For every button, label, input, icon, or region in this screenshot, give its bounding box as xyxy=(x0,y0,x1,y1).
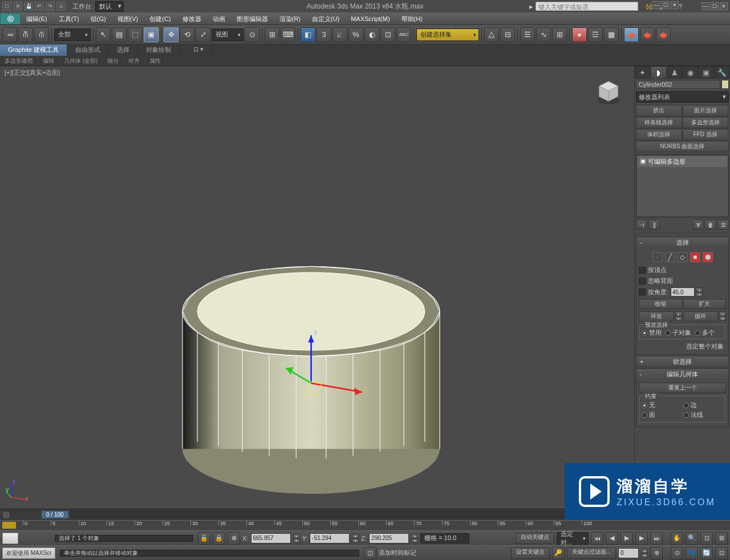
subobj-vertex-icon[interactable]: · xyxy=(652,252,663,262)
tab-create-icon[interactable]: ✦ xyxy=(635,66,651,79)
new-icon[interactable]: □ xyxy=(2,2,11,11)
make-unique-icon[interactable]: ∀ xyxy=(692,220,704,230)
select-icon[interactable]: ↖ xyxy=(96,27,111,42)
quick-modifier-button[interactable]: FFD 选择 xyxy=(683,129,729,140)
redo-icon[interactable]: ↷ xyxy=(46,2,55,11)
selection-filter-dropdown[interactable]: 全部 xyxy=(54,29,91,41)
isolate-icon[interactable]: 🔒 xyxy=(213,532,225,545)
align-icon[interactable]: ⊟ xyxy=(500,27,515,42)
quick-modifier-button[interactable]: 体积选择 xyxy=(636,129,682,140)
curve-ed-icon[interactable]: ∿ xyxy=(536,27,551,42)
link-icon[interactable]: ⎌ xyxy=(56,2,66,11)
quick-modifier-button[interactable]: 样条线选择 xyxy=(636,117,682,128)
timeline-ruler[interactable]: 0510152025303540455055606570758085909510… xyxy=(0,520,730,530)
add-time-tag[interactable]: 添加时间标记 xyxy=(379,549,416,557)
tab-hierarchy-icon[interactable]: ♟ xyxy=(667,66,683,79)
app-logo-icon[interactable]: ⓒ xyxy=(0,13,21,25)
spin-up-icon[interactable]: ▴ xyxy=(696,287,703,292)
help-icon[interactable]: ? xyxy=(679,3,682,10)
tab-motion-icon[interactable]: ◉ xyxy=(682,66,698,79)
quick-modifier-button[interactable]: 面片选择 xyxy=(683,105,729,116)
rollout-header-soft[interactable]: +软选择 xyxy=(636,356,728,367)
schematic-icon[interactable]: ⊞ xyxy=(552,27,567,42)
subobj-border-icon[interactable]: ◇ xyxy=(678,252,688,262)
keyboard-icon[interactable]: ⌨ xyxy=(281,27,295,42)
nav-zoom-icon[interactable]: 🔍 xyxy=(686,532,698,545)
render-prod-icon[interactable]: 🫖 xyxy=(624,27,639,42)
script-tab[interactable]: 欢迎使用 MAXScr xyxy=(2,547,55,559)
select-name-icon[interactable]: ▤ xyxy=(112,27,127,42)
rendered-frame-icon[interactable]: ▦ xyxy=(604,27,619,42)
by-angle-checkbox[interactable] xyxy=(639,289,646,295)
menu-item[interactable]: 工具(T) xyxy=(53,13,85,25)
ribbon-expand-icon[interactable]: ⊡ ▾ xyxy=(185,44,212,56)
rollout-header-selection[interactable]: -选择 xyxy=(636,237,728,247)
grow-button[interactable]: 扩大 xyxy=(683,299,727,309)
search-input[interactable]: 键入关键字或短语 xyxy=(536,2,638,11)
autokey-button[interactable]: 自动关键点 xyxy=(516,533,554,544)
play-icon[interactable]: ▶ xyxy=(620,532,633,545)
ribbon-tab[interactable]: Graphite 建模工具 xyxy=(0,44,67,56)
save-icon[interactable]: 💾 xyxy=(24,2,33,11)
viewport[interactable]: [+][正交][真实+边面] xyxy=(0,66,634,509)
constrain-face-radio[interactable] xyxy=(642,412,647,418)
close-button[interactable]: ✕ xyxy=(720,2,728,10)
menu-item[interactable]: MAXScript(M) xyxy=(345,13,395,25)
ribbon-tab[interactable]: 选择 xyxy=(109,44,138,56)
undo-icon[interactable]: ↶ xyxy=(35,2,44,11)
pivot-icon[interactable]: ⊙ xyxy=(245,27,259,42)
show-result-icon[interactable]: ∥ xyxy=(648,220,660,230)
coord-y-input[interactable] xyxy=(310,533,350,543)
menu-item[interactable]: 修改器 xyxy=(177,13,207,25)
open-icon[interactable]: ⎘ xyxy=(13,2,22,11)
ribbon-tab[interactable]: 对象绘制 xyxy=(138,44,180,56)
next-frame-icon[interactable]: ▶ xyxy=(635,532,648,545)
unlink-icon[interactable]: ⫚ xyxy=(18,27,33,42)
menu-item[interactable]: 图形编辑器 xyxy=(231,13,274,25)
infocenter-icon[interactable]: 👯 xyxy=(645,3,653,10)
key-sel-dropdown[interactable]: 选定对... xyxy=(557,532,589,545)
edged-faces-icon[interactable]: ⊡ xyxy=(380,27,395,42)
menu-item[interactable]: 视图(V) xyxy=(112,13,144,25)
tab-display-icon[interactable]: ▣ xyxy=(698,66,714,79)
constrain-normal-radio[interactable] xyxy=(683,412,689,418)
bind-icon[interactable]: ⫛ xyxy=(34,27,49,42)
object-name-input[interactable] xyxy=(636,80,720,89)
mirror-icon[interactable]: ⧋ xyxy=(484,27,499,42)
key-big-icon[interactable]: 🔑 xyxy=(552,547,565,559)
coord-x-input[interactable] xyxy=(251,533,291,543)
ribbon-subtab[interactable]: 编辑 xyxy=(38,56,59,66)
timeline-lock-icon[interactable] xyxy=(2,511,10,519)
stack-item-editable-poly[interactable]: ▣ 可编辑多边形 xyxy=(638,156,727,167)
region-rect-icon[interactable]: ⬚ xyxy=(128,27,143,42)
remove-mod-icon[interactable]: 🗑 xyxy=(705,220,716,230)
quick-modifier-button[interactable]: 多边形选择 xyxy=(683,117,729,128)
menu-item[interactable]: 编辑(E) xyxy=(21,13,53,25)
nav-fov-icon[interactable]: ⊡ xyxy=(700,532,713,545)
configure-icon[interactable]: ☰ xyxy=(717,220,729,230)
rollout-header-editgeo[interactable]: -编辑几何体 xyxy=(636,369,728,379)
loop-button[interactable]: 循环 xyxy=(683,311,719,322)
percent-snap-icon[interactable]: % xyxy=(348,27,363,42)
ribbon-subtab[interactable]: 几何体 (全部) xyxy=(59,56,103,66)
constrain-none-radio[interactable] xyxy=(642,403,647,408)
nav-dolly-icon[interactable]: 🔄 xyxy=(700,547,713,559)
nav-walk-icon[interactable]: 👣 xyxy=(686,547,698,559)
prev-frame-icon[interactable]: ◀ xyxy=(606,532,618,545)
pin-stack-icon[interactable]: ⊣ xyxy=(636,220,647,230)
modifier-stack[interactable]: ▣ 可编辑多边形 xyxy=(636,155,729,217)
abs-rel-icon[interactable]: ⊕ xyxy=(228,532,240,545)
window-crossing-icon[interactable]: ▣ xyxy=(144,27,159,42)
subobj-element-icon[interactable]: ⬢ xyxy=(703,252,713,262)
abc-icon[interactable]: ABC xyxy=(396,27,411,42)
snap-2d-icon[interactable]: ◧ xyxy=(301,27,315,42)
goto-end-icon[interactable]: ⏭ xyxy=(650,532,663,545)
material-ed-icon[interactable]: ● xyxy=(572,27,587,42)
doc-close-button[interactable]: ✕ xyxy=(671,1,679,9)
manip-icon[interactable]: ⊞ xyxy=(265,27,279,42)
goto-start-icon[interactable]: ⏮ xyxy=(591,532,603,545)
nav-orbit-icon[interactable]: ⊙ xyxy=(671,547,683,559)
key-filters-button[interactable]: 关键点过滤器... xyxy=(567,547,616,559)
setkey-button[interactable]: 设置关键点 xyxy=(511,547,550,559)
menu-item[interactable]: 动画 xyxy=(207,13,231,25)
